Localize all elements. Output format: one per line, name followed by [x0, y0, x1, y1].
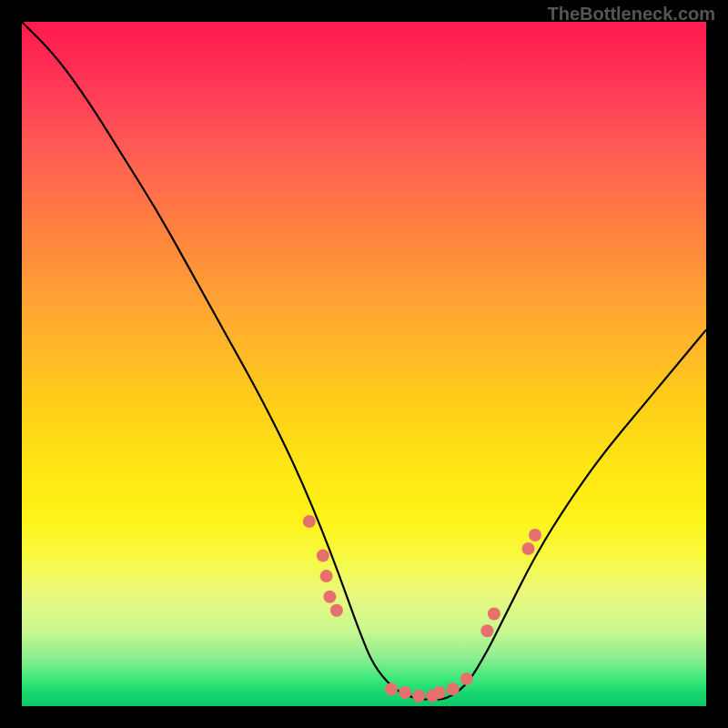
scatter-dot: [323, 591, 336, 603]
scatter-dot: [320, 570, 333, 582]
scatter-dot: [412, 690, 425, 703]
chart-plot-area: [22, 22, 706, 706]
scatter-dots: [303, 515, 541, 703]
scatter-dot: [330, 604, 343, 617]
scatter-dot: [529, 529, 541, 541]
scatter-dot: [399, 686, 411, 699]
scatter-dot: [480, 624, 493, 637]
scatter-dot: [385, 682, 398, 695]
watermark-text: TheBottleneck.com: [548, 4, 715, 25]
scatter-dot: [460, 672, 473, 685]
chart-svg: [22, 22, 706, 706]
bottleneck-curve: [22, 22, 706, 699]
scatter-dot: [433, 686, 446, 699]
scatter-dot: [303, 515, 316, 528]
scatter-dot: [488, 607, 500, 620]
scatter-dot: [447, 682, 460, 695]
scatter-dot: [317, 550, 329, 562]
scatter-dot: [521, 542, 534, 555]
